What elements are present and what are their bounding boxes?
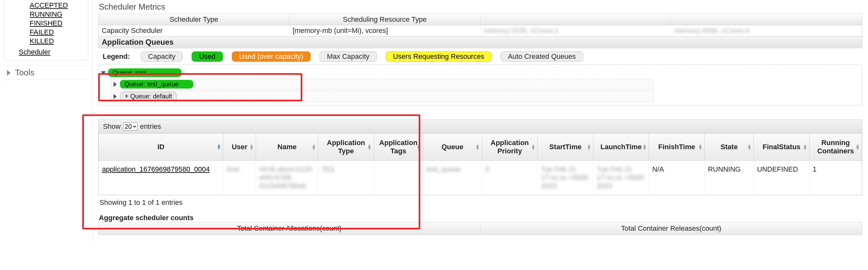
- cell-type: TEZ: [321, 165, 335, 173]
- queue-root-row[interactable]: Queue: root: [100, 68, 859, 78]
- col-id[interactable]: ID▲▼: [99, 134, 223, 161]
- show-label-pre: Show: [103, 123, 121, 131]
- caret-right-icon: [114, 82, 117, 87]
- caret-down-icon: [101, 71, 106, 75]
- chevron-right-icon: [7, 70, 10, 76]
- col-finishtime[interactable]: FinishTime▲▼: [649, 134, 705, 161]
- app-queues-title: Application Queues: [98, 36, 862, 48]
- sidebar-tools-label: Tools: [15, 68, 34, 78]
- legend-auto: Auto Created Queues: [501, 51, 583, 62]
- sidebar-state-running[interactable]: RUNNING: [30, 10, 62, 18]
- cell-start: Tue Feb 21 17:xx:xx +0000 2023: [541, 165, 588, 190]
- cell-launch: Tue Feb 21 17:xx:xx +0000 2023: [597, 165, 644, 190]
- legend-max: Max Capacity: [319, 51, 377, 62]
- col-total-alloc: Total Container Allocations(count): [98, 222, 480, 235]
- sidebar-state-accepted[interactable]: ACCEPTED: [30, 1, 68, 9]
- legend-used-over: Used (over capacity): [232, 51, 311, 62]
- page-size-select[interactable]: 20: [123, 123, 137, 131]
- cell-state: RUNNING: [705, 161, 753, 195]
- legend-users: Users Requesting Resources: [386, 51, 492, 62]
- col-total-release: Total Container Releases(count): [480, 222, 862, 235]
- queue-tree: Queue: root Queue: test_queue + Queue: d…: [98, 64, 862, 105]
- table-header-row: ID▲▼ User▲▼ Name▲▼ Application Type▲▼ Ap…: [99, 134, 862, 161]
- scheduler-metrics-header: Scheduler Type Scheduling Resource Type: [98, 14, 862, 25]
- col-app-tags[interactable]: Application Tags▲▼: [374, 134, 423, 161]
- scheduler-metrics-row: Capacity Scheduler [memory-mb (unit=Mi),…: [98, 25, 862, 36]
- aggregate-header: Total Container Allocations(count) Total…: [98, 222, 862, 235]
- cell-running: 1: [809, 161, 862, 195]
- cell-queue: test_queue: [426, 165, 461, 173]
- col-finalstatus[interactable]: FinalStatus▲▼: [754, 134, 810, 161]
- sidebar: ACCEPTED RUNNING FINISHED FAILED KILLED …: [0, 0, 92, 241]
- val-scheduler-type: Capacity Scheduler: [98, 25, 289, 36]
- table-length-control: Show 20 entries: [98, 120, 862, 133]
- cell-user: hive: [226, 165, 239, 173]
- applications-table: Show 20 entries: [98, 119, 862, 195]
- cell-priority: 0: [485, 165, 489, 173]
- queue-child-row[interactable]: + Queue: default: [111, 91, 653, 102]
- scheduler-metrics-title: Scheduler Metrics: [99, 2, 862, 12]
- queue-root-chip: Queue: root: [108, 69, 181, 77]
- col-state[interactable]: State▲▼: [705, 134, 753, 161]
- sidebar-scheduler-link[interactable]: Scheduler: [19, 48, 51, 56]
- col-user[interactable]: User▲▼: [223, 134, 256, 161]
- caret-right-icon: [114, 94, 117, 99]
- cell-finish: N/A: [649, 161, 705, 195]
- val-max-alloc: memory:4096, vCores:4: [671, 25, 862, 36]
- val-min-alloc: memory:1536, vCores:1: [480, 25, 672, 36]
- col-resource-type: Scheduling Resource Type: [289, 14, 480, 25]
- table-row: application_1676969879580_0004 hive HIVE…: [99, 161, 862, 195]
- legend-capacity: Capacity: [141, 51, 183, 62]
- table-info: Showing 1 to 1 of 1 entries: [98, 195, 862, 210]
- col-max-alloc: [671, 14, 862, 25]
- queue-child-row[interactable]: Queue: test_queue: [111, 79, 653, 89]
- main-content: Scheduler Metrics Scheduler Type Schedul…: [92, 0, 868, 241]
- val-resource-type: [memory-mb (unit=Mi), vcores]: [289, 25, 480, 36]
- cell-name: HIVE-abcd-0123-ef45-6789-0123456789ab: [259, 165, 313, 190]
- sidebar-state-killed[interactable]: KILLED: [30, 37, 54, 45]
- queue-child-chip: Queue: test_queue: [120, 80, 193, 88]
- col-launchtime[interactable]: LaunchTime▲▼: [593, 134, 649, 161]
- sidebar-tools[interactable]: Tools: [4, 65, 88, 80]
- col-app-type[interactable]: Application Type▲▼: [318, 134, 374, 161]
- legend-used: Used: [192, 51, 223, 62]
- show-label-post: entries: [140, 123, 161, 131]
- col-name[interactable]: Name▲▼: [256, 134, 318, 161]
- queue-child-chip: + Queue: default: [120, 92, 177, 101]
- sidebar-nav: ACCEPTED RUNNING FINISHED FAILED KILLED …: [4, 0, 88, 60]
- col-starttime[interactable]: StartTime▲▼: [538, 134, 593, 161]
- aggregate-title: Aggregate scheduler counts: [99, 214, 862, 222]
- cell-final: UNDEFINED: [754, 161, 810, 195]
- col-min-alloc: [480, 14, 672, 25]
- col-queue[interactable]: Queue▲▼: [423, 134, 482, 161]
- col-priority[interactable]: Application Priority▲▼: [482, 134, 538, 161]
- legend-label: Legend:: [103, 52, 130, 61]
- sidebar-state-failed[interactable]: FAILED: [30, 28, 54, 36]
- sidebar-state-finished[interactable]: FINISHED: [30, 19, 62, 27]
- col-running[interactable]: Running Containers▲▼: [809, 134, 862, 161]
- app-id-link[interactable]: application_1676969879580_0004: [102, 165, 210, 173]
- legend-row: Legend: Capacity Used Used (over capacit…: [98, 48, 862, 62]
- col-scheduler-type: Scheduler Type: [98, 14, 289, 25]
